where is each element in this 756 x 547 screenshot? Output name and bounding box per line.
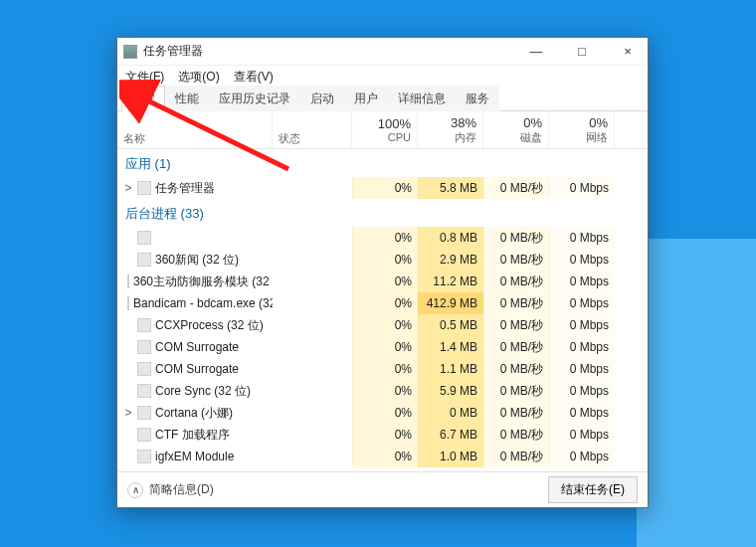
network-cell: 0 Mbps xyxy=(549,292,615,314)
disk-cell: 0 MB/秒 xyxy=(483,358,549,380)
window-title: 任务管理器 xyxy=(143,43,203,60)
table-row[interactable]: 360新闻 (32 位)0%2.9 MB0 MB/秒0 Mbps xyxy=(117,249,648,271)
disk-label: 磁盘 xyxy=(520,130,542,145)
disk-cell: 0 MB/秒 xyxy=(483,271,549,292)
tab-details[interactable]: 详细信息 xyxy=(388,86,456,111)
tab-performance[interactable]: 性能 xyxy=(165,86,209,111)
col-memory[interactable]: 38% 内存 xyxy=(418,111,483,148)
table-row[interactable]: 360主动防御服务模块 (32 位)0%11.2 MB0 MB/秒0 Mbps xyxy=(117,271,648,292)
end-task-button[interactable]: 结束任务(E) xyxy=(548,476,638,503)
process-name: Cortana (小娜) xyxy=(155,405,233,422)
table-row[interactable]: igfxEM Module0%1.0 MB0 MB/秒0 Mbps xyxy=(117,446,648,467)
mem-percent: 38% xyxy=(451,115,476,130)
process-status xyxy=(273,446,352,467)
table-row[interactable]: Bandicam - bdcam.exe (32 位)0%412.9 MB0 M… xyxy=(117,292,648,314)
table-row[interactable]: COM Surrogate0%1.1 MB0 MB/秒0 Mbps xyxy=(117,358,648,380)
net-percent: 0% xyxy=(589,115,608,130)
network-cell: 0 Mbps xyxy=(549,446,615,467)
disk-cell: 0 MB/秒 xyxy=(483,249,549,271)
menu-view[interactable]: 查看(V) xyxy=(234,69,274,86)
disk-cell: 0 MB/秒 xyxy=(483,292,549,314)
cpu-cell: 0% xyxy=(352,177,418,199)
memory-cell: 5.8 MB xyxy=(418,177,483,199)
fewer-details-label: 简略信息(D) xyxy=(149,481,214,498)
tab-users[interactable]: 用户 xyxy=(344,86,388,111)
memory-cell: 1.4 MB xyxy=(418,336,483,358)
menubar: 文件(F) 选项(O) 查看(V) xyxy=(117,66,648,88)
col-cpu[interactable]: 100% CPU xyxy=(352,111,418,148)
memory-cell: 6.7 MB xyxy=(418,424,483,446)
tab-startup[interactable]: 启动 xyxy=(300,86,344,111)
col-name[interactable]: 名称 xyxy=(117,111,273,148)
minimize-button[interactable]: — xyxy=(516,38,556,65)
cpu-cell: 0% xyxy=(352,402,418,424)
network-cell: 0 Mbps xyxy=(549,271,615,292)
process-table: 名称 状态 100% CPU 38% 内存 0% 磁盘 0% 网络 xyxy=(117,111,648,471)
tab-processes[interactable]: 进程 xyxy=(121,86,165,111)
table-row[interactable]: Core Sync (32 位)0%5.9 MB0 MB/秒0 Mbps xyxy=(117,380,648,402)
process-name: 任务管理器 xyxy=(155,180,215,197)
process-icon xyxy=(137,340,151,354)
process-status xyxy=(273,227,352,249)
process-name: COM Surrogate xyxy=(155,340,239,354)
memory-cell: 0 MB xyxy=(418,402,483,424)
table-row[interactable]: 0%0.8 MB0 MB/秒0 Mbps xyxy=(117,227,648,249)
tab-services[interactable]: 服务 xyxy=(456,86,499,111)
network-cell: 0 Mbps xyxy=(549,402,615,424)
process-icon xyxy=(137,384,151,398)
process-icon xyxy=(137,181,151,195)
network-cell: 0 Mbps xyxy=(549,424,615,446)
disk-cell: 0 MB/秒 xyxy=(483,424,549,446)
process-status xyxy=(273,402,352,424)
table-row[interactable]: >任务管理器0%5.8 MB0 MB/秒0 Mbps xyxy=(117,177,648,199)
disk-cell: 0 MB/秒 xyxy=(483,446,549,467)
col-status-label: 状态 xyxy=(279,131,300,146)
close-button[interactable]: × xyxy=(608,38,648,65)
process-icon xyxy=(137,406,151,420)
table-row[interactable]: CTF 加载程序0%6.7 MB0 MB/秒0 Mbps xyxy=(117,424,648,446)
menu-options[interactable]: 选项(O) xyxy=(178,69,219,86)
network-cell: 0 Mbps xyxy=(549,336,615,358)
process-icon xyxy=(127,296,129,310)
table-row[interactable]: COM Surrogate0%1.4 MB0 MB/秒0 Mbps xyxy=(117,336,648,358)
group-header[interactable]: 应用 (1) xyxy=(117,149,648,177)
process-status xyxy=(273,380,352,402)
chevron-up-icon: ∧ xyxy=(127,482,143,498)
process-icon xyxy=(137,362,151,376)
network-cell: 0 Mbps xyxy=(549,314,615,336)
fewer-details-button[interactable]: ∧ 简略信息(D) xyxy=(127,481,214,498)
col-disk[interactable]: 0% 磁盘 xyxy=(483,111,549,148)
process-name: COM Surrogate xyxy=(155,362,239,376)
cpu-cell: 0% xyxy=(352,380,418,402)
group-header[interactable]: 后台进程 (33) xyxy=(117,199,648,227)
process-table-scroll[interactable]: 名称 状态 100% CPU 38% 内存 0% 磁盘 0% 网络 xyxy=(117,111,648,471)
menu-file[interactable]: 文件(F) xyxy=(125,69,164,86)
col-name-label: 名称 xyxy=(123,131,145,146)
disk-cell: 0 MB/秒 xyxy=(483,380,549,402)
network-cell: 0 Mbps xyxy=(549,380,615,402)
maximize-button[interactable]: □ xyxy=(562,38,602,65)
process-icon xyxy=(137,318,151,332)
cpu-percent: 100% xyxy=(378,116,411,131)
disk-cell: 0 MB/秒 xyxy=(483,177,549,199)
table-row[interactable]: >Cortana (小娜)0%0 MB0 MB/秒0 Mbps xyxy=(117,402,648,424)
disk-cell: 0 MB/秒 xyxy=(483,402,549,424)
col-status[interactable]: 状态 xyxy=(273,111,352,148)
memory-cell: 2.9 MB xyxy=(418,249,483,271)
process-status xyxy=(273,314,352,336)
memory-cell: 0.5 MB xyxy=(418,314,483,336)
disk-cell: 0 MB/秒 xyxy=(483,227,549,249)
process-status xyxy=(273,336,352,358)
cpu-cell: 0% xyxy=(352,446,418,467)
cpu-cell: 0% xyxy=(352,271,418,292)
net-label: 网络 xyxy=(586,130,608,145)
titlebar[interactable]: 任务管理器 — □ × xyxy=(117,38,648,66)
network-cell: 0 Mbps xyxy=(549,358,615,380)
mem-label: 内存 xyxy=(455,130,476,145)
expand-icon[interactable]: > xyxy=(123,181,133,195)
table-row[interactable]: CCXProcess (32 位)0%0.5 MB0 MB/秒0 Mbps xyxy=(117,314,648,336)
expand-icon[interactable]: > xyxy=(123,406,133,420)
tab-app-history[interactable]: 应用历史记录 xyxy=(209,86,300,111)
col-network[interactable]: 0% 网络 xyxy=(549,111,615,148)
memory-cell: 11.2 MB xyxy=(418,271,483,292)
